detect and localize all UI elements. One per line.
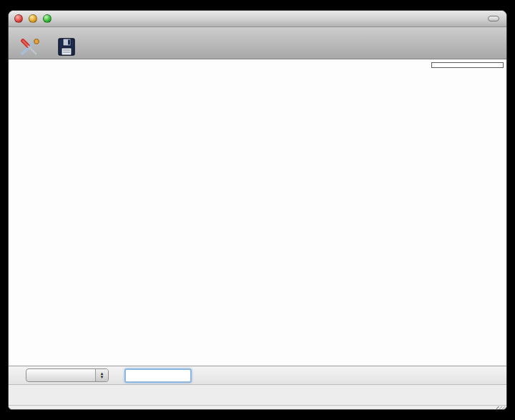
save-icon [57,37,76,57]
save-button[interactable] [57,37,76,57]
plot-legend [431,62,504,68]
control-bar: ▲▼ [9,366,506,385]
tools-icon [17,37,41,57]
title-bar [9,11,506,27]
toolbar [9,27,506,59]
status-bar [9,385,506,405]
toolbar-toggle-lozenge[interactable] [488,16,499,21]
minimize-button[interactable] [29,14,37,23]
zoom-residue-input[interactable] [124,368,192,383]
window-bottom-edge [9,405,506,410]
zoom-button[interactable] [43,14,52,23]
resize-grip[interactable] [496,406,505,410]
app-window: ▲▼ [8,10,507,410]
plot-canvas[interactable] [9,59,507,366]
show-hide-controls-button[interactable] [17,37,41,57]
multi-criterion-plot-svg[interactable] [9,59,507,366]
close-button[interactable] [14,14,23,23]
stepper-arrows-icon[interactable]: ▲▼ [95,369,108,381]
residue-range-select[interactable]: ▲▼ [26,368,109,382]
